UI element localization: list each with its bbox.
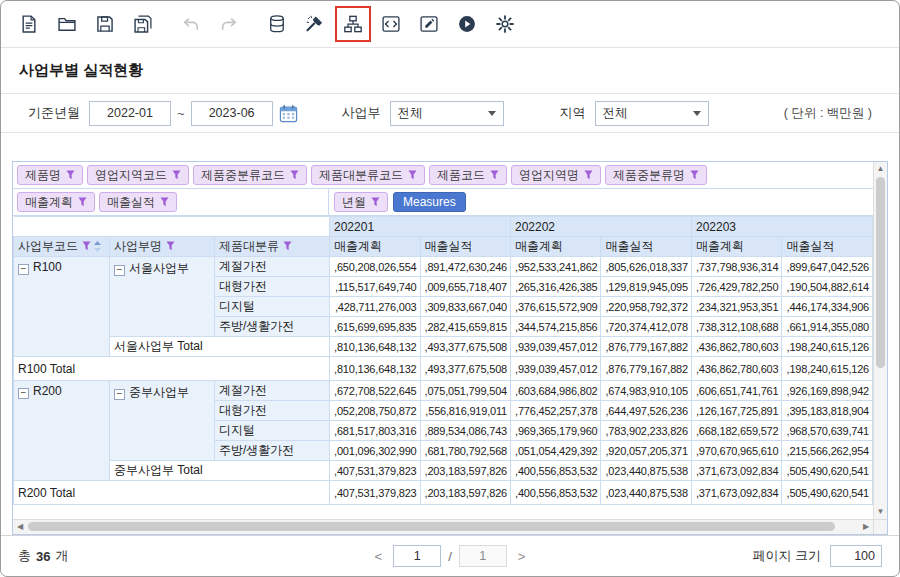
value-cell[interactable]: ,738,312,108,688: [691, 317, 781, 337]
value-cell[interactable]: ,644,497,526,236: [601, 401, 691, 421]
value-cell[interactable]: ,615,699,695,835: [330, 317, 420, 337]
value-cell[interactable]: ,395,183,818,904: [782, 401, 873, 421]
value-cell[interactable]: ,970,670,965,610: [691, 441, 781, 461]
value-chip-1[interactable]: 매출계획: [17, 192, 95, 212]
measure-header[interactable]: 매출실적: [420, 237, 510, 257]
next-page-button[interactable]: >: [514, 549, 530, 564]
row-header-cell[interactable]: 계절가전: [215, 381, 330, 401]
value-cell[interactable]: ,446,174,334,906: [782, 297, 873, 317]
current-page-input[interactable]: [393, 545, 441, 567]
horizontal-scroll-thumb[interactable]: [28, 522, 835, 531]
value-cell[interactable]: ,810,136,648,132: [330, 337, 420, 357]
value-cell[interactable]: ,810,136,648,132: [330, 357, 420, 381]
region-select[interactable]: 전체: [595, 101, 709, 126]
measure-header[interactable]: 매출계획: [330, 237, 420, 257]
value-cell[interactable]: ,436,862,780,603: [691, 357, 781, 381]
value-cell[interactable]: ,129,819,945,095: [601, 277, 691, 297]
page-size-input[interactable]: [830, 545, 882, 567]
collapse-toggle[interactable]: −: [114, 265, 125, 276]
scroll-left-icon[interactable]: ◀: [13, 520, 27, 534]
value-cell[interactable]: ,650,208,026,554: [330, 257, 420, 277]
total-row-header[interactable]: 중부사업부 Total: [110, 461, 330, 481]
toolbar-save-button[interactable]: [90, 9, 120, 39]
value-cell[interactable]: ,899,647,042,526: [782, 257, 873, 277]
row-header-cell[interactable]: 주방/생활가전: [215, 441, 330, 461]
toolbar-new-document-button[interactable]: [14, 9, 44, 39]
value-cell[interactable]: ,198,240,615,126: [782, 357, 873, 381]
value-cell[interactable]: ,939,039,457,012: [510, 357, 600, 381]
value-cell[interactable]: ,203,183,597,826: [420, 481, 510, 505]
toolbar-build-button[interactable]: [300, 9, 330, 39]
dimension-header-3[interactable]: 제품대분류: [215, 237, 330, 257]
collapse-toggle[interactable]: −: [18, 264, 29, 275]
value-cell[interactable]: ,371,673,092,834: [691, 481, 781, 505]
value-cell[interactable]: ,052,208,750,872: [330, 401, 420, 421]
period-header[interactable]: 202203: [691, 217, 872, 237]
value-cell[interactable]: ,400,556,853,532: [510, 481, 600, 505]
scroll-up-icon[interactable]: ▲: [874, 162, 887, 176]
value-cell[interactable]: ,920,057,205,371: [601, 441, 691, 461]
filter-chip-1[interactable]: 제품명: [17, 165, 83, 185]
value-cell[interactable]: ,493,377,675,508: [420, 357, 510, 381]
value-cell[interactable]: ,220,958,792,372: [601, 297, 691, 317]
value-cell[interactable]: ,603,684,986,802: [510, 381, 600, 401]
period-to-input[interactable]: [191, 101, 273, 126]
period-header[interactable]: 202202: [510, 217, 691, 237]
value-cell[interactable]: ,126,167,725,891: [691, 401, 781, 421]
value-cell[interactable]: ,891,472,630,246: [420, 257, 510, 277]
measure-header[interactable]: 매출실적: [782, 237, 873, 257]
value-cell[interactable]: ,023,440,875,538: [601, 481, 691, 505]
scroll-down-icon[interactable]: ▼: [874, 505, 887, 519]
value-cell[interactable]: ,556,816,919,011: [420, 401, 510, 421]
value-cell[interactable]: ,726,429,782,250: [691, 277, 781, 297]
toolbar-settings-button[interactable]: [490, 9, 520, 39]
vertical-scroll-thumb[interactable]: [876, 177, 885, 368]
value-cell[interactable]: ,051,054,429,392: [510, 441, 600, 461]
filter-chip-5[interactable]: 제품코드: [429, 165, 507, 185]
value-cell[interactable]: ,939,039,457,012: [510, 337, 600, 357]
value-cell[interactable]: ,009,655,718,407: [420, 277, 510, 297]
value-cell[interactable]: ,505,490,620,541: [782, 481, 873, 505]
total-row-header[interactable]: 서울사업부 Total: [110, 337, 330, 357]
value-cell[interactable]: ,407,531,379,823: [330, 461, 420, 481]
row-header-cell[interactable]: 대형가전: [215, 401, 330, 421]
toolbar-source-code-button[interactable]: [376, 9, 406, 39]
row-header-cell[interactable]: 디지털: [215, 421, 330, 441]
calendar-icon[interactable]: [279, 104, 298, 123]
value-cell[interactable]: ,215,566,262,954: [782, 441, 873, 461]
dimension-header-1[interactable]: 사업부코드: [14, 237, 110, 257]
value-cell[interactable]: ,023,440,875,538: [601, 461, 691, 481]
value-cell[interactable]: ,681,780,792,568: [420, 441, 510, 461]
row-header-cell[interactable]: −R100: [14, 257, 110, 357]
value-cell[interactable]: ,720,374,412,078: [601, 317, 691, 337]
period-from-input[interactable]: [89, 101, 171, 126]
value-cell[interactable]: ,234,321,953,351: [691, 297, 781, 317]
vertical-scroll-track[interactable]: [874, 176, 887, 505]
prev-page-button[interactable]: <: [371, 549, 387, 564]
value-cell[interactable]: ,400,556,853,532: [510, 461, 600, 481]
value-cell[interactable]: ,436,862,780,603: [691, 337, 781, 357]
value-cell[interactable]: ,805,626,018,337: [601, 257, 691, 277]
value-cell[interactable]: ,952,533,241,862: [510, 257, 600, 277]
total-row-header[interactable]: R100 Total: [14, 357, 330, 381]
value-cell[interactable]: ,407,531,379,823: [330, 481, 420, 505]
value-cell[interactable]: ,783,902,233,826: [601, 421, 691, 441]
toolbar-edit-button[interactable]: [414, 9, 444, 39]
value-cell[interactable]: ,672,708,522,645: [330, 381, 420, 401]
value-cell[interactable]: ,876,779,167,882: [601, 357, 691, 381]
row-header-cell[interactable]: 계절가전: [215, 257, 330, 277]
measure-header[interactable]: 매출계획: [510, 237, 600, 257]
row-header-cell[interactable]: −서울사업부: [110, 257, 215, 337]
value-cell[interactable]: ,001,096,302,990: [330, 441, 420, 461]
value-cell[interactable]: ,876,779,167,882: [601, 337, 691, 357]
toolbar-open-folder-button[interactable]: [52, 9, 82, 39]
value-cell[interactable]: ,115,517,649,740: [330, 277, 420, 297]
toolbar-pivot-button[interactable]: [338, 9, 368, 39]
scroll-right-icon[interactable]: ▶: [859, 520, 873, 534]
value-cell[interactable]: ,493,377,675,508: [420, 337, 510, 357]
value-cell[interactable]: ,674,983,910,105: [601, 381, 691, 401]
value-cell[interactable]: ,344,574,215,856: [510, 317, 600, 337]
value-cell[interactable]: ,203,183,597,826: [420, 461, 510, 481]
value-cell[interactable]: ,428,711,276,003: [330, 297, 420, 317]
row-header-cell[interactable]: −R200: [14, 381, 110, 481]
